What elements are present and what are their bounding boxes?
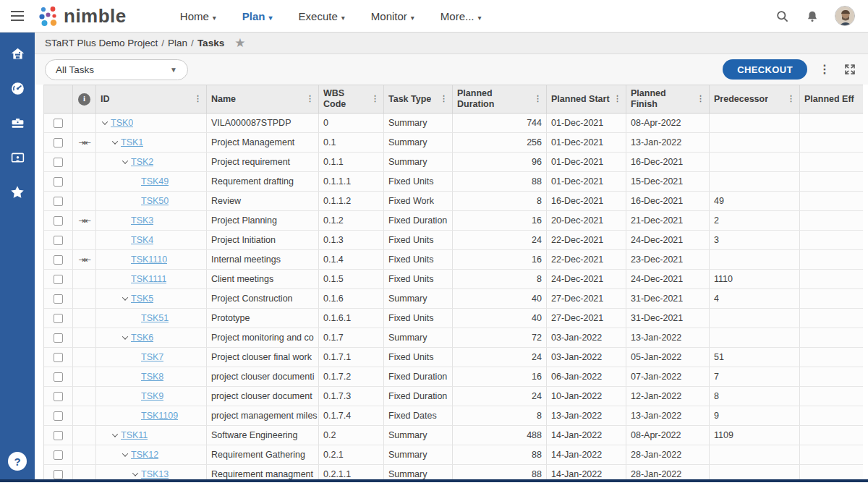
sidebar-dashboard-icon[interactable] xyxy=(7,77,28,99)
sidebar-home-icon[interactable] xyxy=(7,43,28,64)
row-checkbox[interactable] xyxy=(54,275,63,284)
row-checkbox[interactable] xyxy=(54,294,63,304)
row-checkbox[interactable] xyxy=(54,138,63,147)
more-options-icon[interactable]: ⋮ xyxy=(819,64,830,75)
table-row: TSK6Project monitoring and co0.1.7Summar… xyxy=(44,328,863,348)
collapse-chevron-icon[interactable] xyxy=(119,335,131,340)
task-id-link[interactable]: TSK3 xyxy=(131,215,153,226)
column-header-id[interactable]: ID⋮ xyxy=(96,85,207,113)
column-menu-icon[interactable]: ⋮ xyxy=(531,94,542,103)
nav-item-plan[interactable]: Plan▾ xyxy=(232,6,283,27)
row-checkbox[interactable] xyxy=(54,372,63,382)
checkout-button[interactable]: CHECKOUT xyxy=(723,59,807,80)
nav-item-home[interactable]: Home▾ xyxy=(170,6,226,27)
fullscreen-expand-icon[interactable] xyxy=(842,61,858,77)
notifications-bell-icon[interactable] xyxy=(804,8,820,24)
task-id-link[interactable]: TSK4 xyxy=(131,235,153,245)
row-checkbox[interactable] xyxy=(54,177,63,187)
column-header-wbs-code[interactable]: WBS Code⋮ xyxy=(319,85,384,113)
task-id-link[interactable]: TSK12 xyxy=(131,450,158,460)
breadcrumb-project[interactable]: STaRT Plus Demo Project xyxy=(45,38,158,48)
sidebar-favorites-icon[interactable] xyxy=(7,181,28,203)
task-id-link[interactable]: TSK11 xyxy=(121,430,148,440)
wbs-code: 0.1.7.3 xyxy=(319,387,384,406)
predecessor xyxy=(710,250,800,269)
task-id-link[interactable]: TSK50 xyxy=(141,196,169,206)
task-id-link[interactable]: TSK2 xyxy=(131,157,153,167)
row-checkbox[interactable] xyxy=(54,119,63,128)
task-id-link[interactable]: TSK51 xyxy=(141,313,169,323)
task-id-link[interactable]: TSK0 xyxy=(111,118,133,128)
row-checkbox[interactable] xyxy=(54,255,63,265)
collapse-chevron-icon[interactable] xyxy=(119,296,131,301)
hamburger-menu-icon[interactable] xyxy=(0,11,35,21)
row-checkbox[interactable] xyxy=(54,197,63,206)
nav-item-more[interactable]: More...▾ xyxy=(430,6,492,27)
task-id-link[interactable]: TSK1 xyxy=(121,137,143,147)
sidebar-projects-icon[interactable] xyxy=(7,112,28,134)
task-filter-dropdown[interactable]: All Tasks ▼ xyxy=(45,59,188,80)
row-checkbox[interactable] xyxy=(54,431,63,440)
breadcrumb-section[interactable]: Plan xyxy=(168,38,187,48)
column-header-predecessor[interactable]: Predecessor⋮ xyxy=(710,85,800,113)
task-id-link[interactable]: TSK1111 xyxy=(131,274,166,284)
nav-item-execute[interactable]: Execute▾ xyxy=(289,6,355,27)
app-window: nimble Home▾Plan▾Execute▾Monitor▾More...… xyxy=(0,0,868,488)
predecessor xyxy=(710,309,800,328)
task-id-link[interactable]: TSK1110 xyxy=(131,254,167,265)
wbs-code: 0.1.7.1 xyxy=(319,348,384,367)
task-id-link[interactable]: TSK49 xyxy=(141,176,169,187)
column-menu-icon[interactable]: ⋮ xyxy=(784,94,795,103)
favorite-star-icon[interactable]: ★ xyxy=(234,35,245,51)
task-id-link[interactable]: TSK6 xyxy=(131,333,153,343)
column-header-info[interactable]: i xyxy=(73,85,96,113)
column-menu-icon[interactable]: ⋮ xyxy=(610,94,621,103)
collapse-chevron-icon[interactable] xyxy=(119,160,131,164)
row-checkbox[interactable] xyxy=(54,216,63,226)
sidebar-workspace-icon[interactable] xyxy=(7,147,28,168)
collapse-chevron-icon[interactable] xyxy=(119,453,131,457)
row-checkbox[interactable] xyxy=(54,450,63,460)
column-header-name[interactable]: Name⋮ xyxy=(207,85,319,113)
user-avatar[interactable] xyxy=(835,6,855,26)
planned-start: 01-Dec-2021 xyxy=(547,114,626,132)
column-menu-icon[interactable]: ⋮ xyxy=(694,94,705,103)
brand-logo[interactable]: nimble xyxy=(38,5,127,27)
collapse-chevron-icon[interactable] xyxy=(109,140,121,145)
help-button[interactable]: ? xyxy=(8,452,27,471)
task-name: Project Initiation xyxy=(207,231,319,249)
nav-item-monitor[interactable]: Monitor▾ xyxy=(361,6,425,27)
column-menu-icon[interactable]: ⋮ xyxy=(368,94,379,103)
column-header-task-type[interactable]: Task Type⋮ xyxy=(384,85,453,113)
row-checkbox[interactable] xyxy=(54,333,63,343)
row-checkbox[interactable] xyxy=(54,158,63,167)
row-checkbox[interactable] xyxy=(54,470,63,479)
wbs-code: 0.1.1.1 xyxy=(319,172,384,191)
column-header-planned-duration[interactable]: Planned Duration⋮ xyxy=(453,85,547,113)
column-menu-icon[interactable]: ⋮ xyxy=(303,94,314,103)
task-name: Review xyxy=(207,192,319,210)
column-header-planned-finish[interactable]: Planned Finish⋮ xyxy=(626,85,710,113)
row-checkbox[interactable] xyxy=(54,353,63,362)
task-id-link[interactable]: TSK9 xyxy=(141,391,163,401)
search-icon[interactable] xyxy=(774,8,790,24)
row-checkbox[interactable] xyxy=(54,314,63,323)
collapse-chevron-icon[interactable] xyxy=(99,121,111,125)
task-type: Fixed Units xyxy=(384,250,453,269)
task-id-link[interactable]: TSK8 xyxy=(141,372,163,382)
task-id-link[interactable]: TSK1109 xyxy=(141,411,178,421)
info-icon[interactable]: i xyxy=(78,93,90,106)
task-id-link[interactable]: TSK5 xyxy=(131,294,153,304)
task-id-link[interactable]: TSK13 xyxy=(141,469,169,479)
row-checkbox[interactable] xyxy=(54,411,63,421)
table-row: TSK1111Client meetings0.1.5Fixed Units82… xyxy=(44,270,863,289)
collapse-chevron-icon[interactable] xyxy=(129,472,141,476)
task-id-link[interactable]: TSK7 xyxy=(141,352,163,362)
row-checkbox[interactable] xyxy=(54,392,63,401)
column-header-planned-start[interactable]: Planned Start⋮ xyxy=(547,85,626,113)
column-menu-icon[interactable]: ⋮ xyxy=(191,94,202,103)
column-header-planned-eff[interactable]: Planned Eff xyxy=(800,85,864,113)
collapse-chevron-icon[interactable] xyxy=(109,433,121,437)
row-checkbox[interactable] xyxy=(54,236,63,245)
column-menu-icon[interactable]: ⋮ xyxy=(437,94,448,103)
